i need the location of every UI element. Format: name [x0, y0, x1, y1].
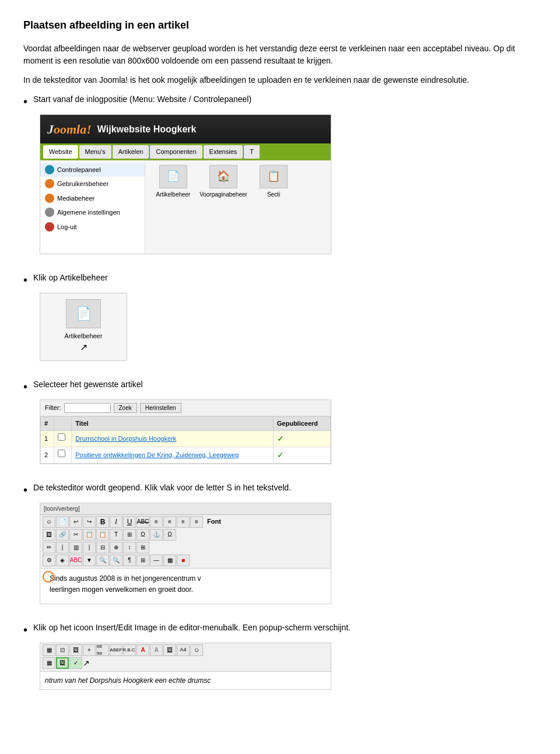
row-check-1: [54, 430, 72, 447]
tb-s3[interactable]: ABC: [69, 555, 82, 566]
bt-4[interactable]: +: [83, 644, 96, 656]
tb-r7[interactable]: ⊞: [136, 542, 149, 553]
sidebar-label-4: Log-uit: [57, 222, 77, 232]
nav-extensies[interactable]: Extensies: [204, 145, 243, 159]
tb-align-justify[interactable]: ≡: [190, 516, 203, 528]
nav-artikelen[interactable]: Artikelen: [113, 145, 149, 159]
tb-r1[interactable]: |: [56, 542, 69, 553]
tb-s4[interactable]: 🔍: [96, 555, 109, 566]
tb-bold[interactable]: B: [96, 516, 109, 528]
screenshot-article-list: Filter: Zoek Herinstellen # Titel Gepubl…: [40, 399, 537, 464]
bt-44[interactable]: A4: [177, 644, 190, 656]
published-check-1: ✓: [277, 434, 284, 443]
nav-website[interactable]: Website: [43, 145, 78, 159]
tb-special-chars[interactable]: Ω: [136, 529, 149, 541]
bt-2[interactable]: ⊡: [56, 644, 69, 656]
list-item-5: • Klik op het icoon Insert/Edit Image in…: [23, 622, 537, 696]
tb-undo[interactable]: ↩: [69, 516, 82, 528]
nav-more[interactable]: T: [244, 145, 260, 159]
bt-color-a2[interactable]: A: [150, 644, 163, 656]
bt-color-a[interactable]: A: [136, 644, 149, 656]
tb-pilcrow[interactable]: ¶: [123, 555, 136, 566]
bt-7[interactable]: R.B.C.: [123, 644, 136, 656]
tb-r3[interactable]: |: [83, 542, 96, 553]
tile-icon-secti: 📋: [260, 165, 288, 188]
tb-table2[interactable]: ⊞: [136, 555, 149, 566]
tb-link[interactable]: 🔗: [56, 529, 69, 541]
tb-s5[interactable]: 🔍: [110, 555, 123, 566]
toon-label: [toon/verberg]: [44, 506, 80, 512]
bt-5[interactable]: 66 99: [96, 644, 109, 656]
bullet-text-4: De teksteditor wordt geopend. Klik vlak …: [33, 482, 291, 494]
tb-underline[interactable]: U: [123, 516, 136, 528]
row-check-2: [54, 447, 72, 463]
sidebar-gebruikersbeheer[interactable]: Gebruikersbeheer: [40, 177, 145, 191]
tb-r5[interactable]: ⊕: [110, 542, 123, 553]
list-item-4: • De teksteditor wordt geopend. Klik vla…: [23, 482, 537, 610]
bt-3[interactable]: 🖼: [69, 644, 82, 656]
tb-r2[interactable]: ▥: [69, 542, 82, 553]
tb-grid[interactable]: ▦: [163, 555, 176, 566]
tb-r4[interactable]: ⊟: [96, 542, 109, 553]
sidebar-icon-gray: [45, 208, 54, 217]
tb-s2[interactable]: ◈: [56, 555, 69, 566]
bt-1[interactable]: ▦: [43, 644, 55, 656]
screenshot-bottom-editor: ▦ ⊡ 🖼 + 66 99 ABEF R.B.C. A A 🖼 A4 ☺: [40, 643, 537, 690]
tb-paste-text[interactable]: T: [110, 529, 123, 541]
tb-copy[interactable]: 📋: [83, 529, 96, 541]
tb-table[interactable]: ⊞: [123, 529, 136, 541]
bullet-text-2: Klik op Artikelbeheer: [33, 272, 108, 284]
joomla-site-name: Wijkwebsite Hoogkerk: [97, 122, 197, 136]
tb-omega[interactable]: Ω: [163, 529, 176, 541]
bt-6[interactable]: ABEF: [110, 644, 123, 656]
table-row: 2 Positieve ontwikkelingen De Kring, Zui…: [41, 447, 331, 463]
tile-artikelbeheer[interactable]: 📄 Artikelbeheer: [150, 165, 197, 199]
bt-insert-img[interactable]: 🖼: [56, 657, 69, 669]
tile-icon-voorpagina: 🏠: [209, 165, 237, 188]
sidebar-algemene-instellingen[interactable]: Algemene instellingen: [40, 205, 145, 220]
tb-s1[interactable]: ⚙: [43, 555, 55, 566]
tb-align-right[interactable]: ≡: [177, 516, 190, 528]
tb-align-left[interactable]: ≡: [150, 516, 163, 528]
tb-hrule[interactable]: —: [150, 555, 163, 566]
tb-align-center[interactable]: ≡: [163, 516, 176, 528]
nav-menus[interactable]: Menu's: [79, 145, 111, 159]
tb-anchor[interactable]: ⚓: [150, 529, 163, 541]
tb-r6[interactable]: ↕: [123, 542, 136, 553]
bt-smiley2[interactable]: ☺: [190, 644, 203, 656]
tile-voorpaginabeheer[interactable]: 🏠 Voorpaginabeheer: [200, 165, 247, 199]
sidebar-label-2: Mediabeheer: [57, 194, 94, 204]
tb-cut[interactable]: ✂: [69, 529, 82, 541]
tb-edit[interactable]: ✏: [43, 542, 55, 553]
cursor-arrow-icon: ↗: [80, 341, 88, 355]
nav-componenten[interactable]: Componenten: [150, 145, 202, 159]
tb-strikethrough[interactable]: ABC: [136, 516, 149, 528]
sidebar-logout[interactable]: Log-uit: [40, 220, 145, 234]
article-link-1[interactable]: Drumschool in Dorpshuis Hoogkerk: [75, 435, 176, 442]
tb-color-down[interactable]: ▼: [83, 555, 96, 566]
bt-grid2[interactable]: ▦: [43, 657, 55, 669]
sidebar-mediabeheer[interactable]: Mediabeheer: [40, 191, 145, 206]
filter-input[interactable]: [64, 403, 111, 413]
reset-button[interactable]: Herinstellen: [140, 403, 181, 413]
article-link-2[interactable]: Positieve ontwikkelingen De Kring, Zuide…: [75, 451, 239, 458]
tb-paste[interactable]: 📋: [96, 529, 109, 541]
bt-image2[interactable]: 🖼: [163, 644, 176, 656]
list-item-1: • Start vanaf de inlogpositie (Menu: Web…: [23, 93, 537, 260]
tile-secti[interactable]: 📋 Secti: [250, 165, 297, 199]
tb-italic[interactable]: I: [110, 516, 123, 528]
toolbar-row-1: ☺ 📄 ↩ ↪ B I U ABC ≡ ≡ ≡ ≡ Font: [43, 516, 328, 528]
tb-red[interactable]: ■: [177, 555, 190, 566]
intro-paragraph-2: In de teksteditor van Joomla! is het ook…: [23, 74, 537, 86]
search-button[interactable]: Zoek: [114, 403, 137, 413]
sidebar-label-0: Controlepaneel: [57, 165, 101, 175]
tile-label-secti: Secti: [267, 190, 280, 199]
tb-new-doc[interactable]: 📄: [56, 516, 69, 528]
bt-check[interactable]: ✓: [69, 657, 82, 669]
row-pub-1: ✓: [273, 430, 330, 447]
tb-smiley[interactable]: ☺: [43, 516, 55, 528]
tb-redo[interactable]: ↪: [83, 516, 96, 528]
sidebar-controlepaneel[interactable]: Controlepaneel: [40, 163, 145, 177]
editor-content-area[interactable]: Sinds augustus 2008 is in het jongerence…: [40, 569, 331, 604]
tb-image[interactable]: 🖼: [43, 529, 55, 541]
